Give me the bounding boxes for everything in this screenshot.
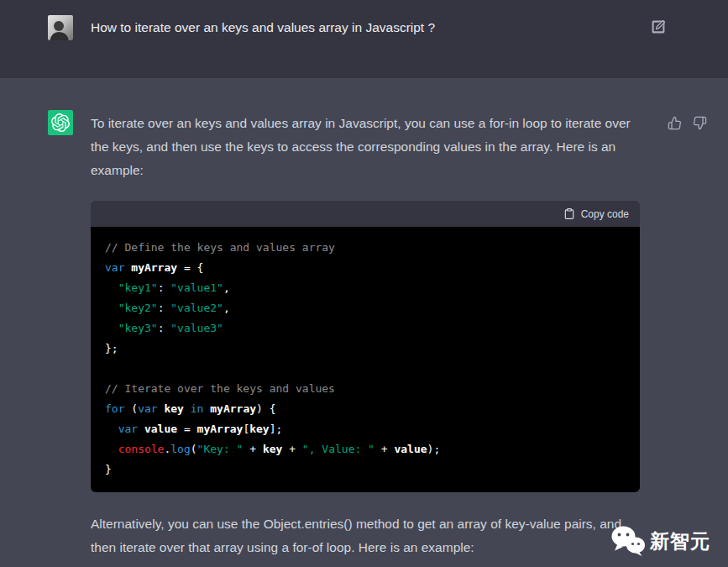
wechat-icon (610, 525, 646, 557)
edit-icon (651, 19, 666, 34)
copy-code-label: Copy code (581, 208, 629, 220)
assistant-message-content: To iterate over an keys and values array… (91, 110, 640, 559)
user-avatar-photo (48, 17, 73, 40)
watermark: 新智元 (610, 525, 710, 557)
thumbs-down-icon (693, 116, 707, 130)
watermark-label: 新智元 (650, 528, 710, 554)
copy-code-button[interactable]: Copy code (563, 207, 629, 220)
user-message-text: How to iterate over an keys and values a… (91, 15, 633, 40)
thumbs-up-icon (668, 116, 682, 130)
openai-logo-icon (51, 113, 70, 132)
assistant-message-row: To iterate over an keys and values array… (0, 77, 728, 567)
code-block-header: Copy code (91, 201, 640, 227)
thumbs-up-button[interactable] (668, 116, 682, 130)
feedback-actions (668, 110, 707, 130)
assistant-intro-text: To iterate over an keys and values array… (91, 112, 638, 182)
assistant-outro-text: Alternatively, you can use the Object.en… (91, 512, 638, 559)
thumbs-down-button[interactable] (693, 116, 707, 130)
assistant-avatar (48, 110, 73, 135)
code-block: Copy code // Define the keys and values … (91, 201, 640, 492)
user-message-row: How to iterate over an keys and values a… (0, 0, 728, 77)
code-content: // Define the keys and values arrayvar m… (91, 227, 640, 492)
clipboard-icon (563, 207, 575, 220)
user-avatar (48, 15, 73, 40)
chat-view: How to iterate over an keys and values a… (0, 0, 728, 567)
edit-message-button[interactable] (651, 19, 666, 34)
